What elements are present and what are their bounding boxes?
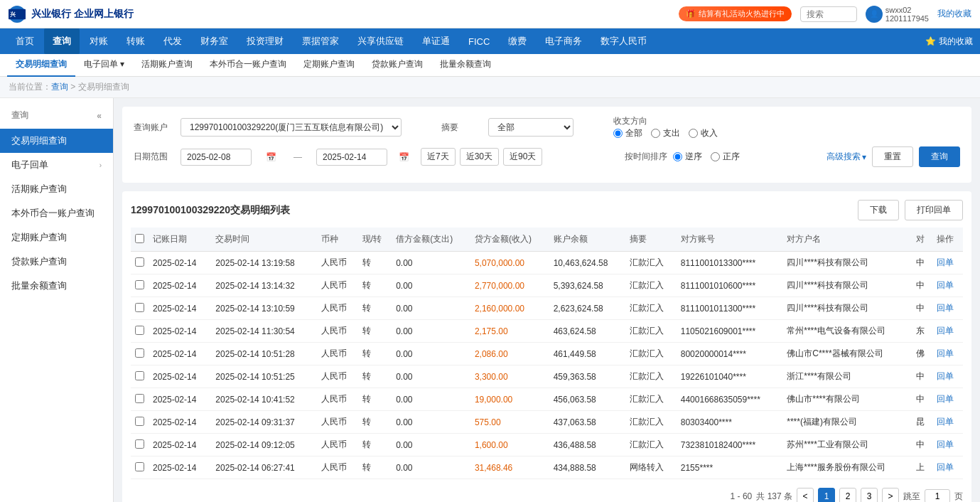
receipt-link-5[interactable]: 回单 xyxy=(937,371,954,381)
date-label: 日期范围 xyxy=(134,151,169,163)
sidebar-item-ereceipt[interactable]: 电子回单 › xyxy=(0,153,113,177)
row-debit: 0.00 xyxy=(392,434,470,456)
advanced-search-btn[interactable]: 高级搜索 ▾ xyxy=(826,147,866,166)
direction-out[interactable]: 支出 xyxy=(651,127,680,139)
col-op: 操作 xyxy=(932,228,963,252)
sort-desc[interactable]: 逆序 xyxy=(673,151,702,163)
col-type: 现/转 xyxy=(358,228,392,252)
direction-all[interactable]: 全部 xyxy=(613,127,642,139)
quick-30days-btn[interactable]: 近30天 xyxy=(460,148,499,166)
row-account: 80020000014**** xyxy=(677,343,782,365)
query-btn[interactable]: 查询 xyxy=(919,146,960,167)
row-checkbox-7[interactable] xyxy=(135,417,144,426)
sub-nav-item-ereceipt[interactable]: 电子回单 ▾ xyxy=(75,54,133,77)
nav-item-transfer[interactable]: 转账 xyxy=(118,28,154,54)
quick-90days-btn[interactable]: 近90天 xyxy=(503,148,542,166)
nav-favorites[interactable]: ⭐ 我的收藏 xyxy=(925,36,973,48)
select-all-checkbox[interactable] xyxy=(135,234,144,243)
nav-item-home[interactable]: 首页 xyxy=(7,28,43,54)
reset-btn[interactable]: 重置 xyxy=(872,146,913,167)
row-checkbox-3[interactable] xyxy=(135,326,144,335)
sidebar-collapse-btn[interactable]: « xyxy=(97,111,102,121)
date-from-input[interactable] xyxy=(181,149,252,166)
sidebar-item-loan[interactable]: 贷款账户查询 xyxy=(0,250,113,274)
sidebar-item-demand[interactable]: 活期账户查询 xyxy=(0,177,113,201)
nav-item-reconcile[interactable]: 对账 xyxy=(81,28,117,54)
row-time: 2025-02-14 06:27:41 xyxy=(211,456,317,479)
print-btn[interactable]: 打印回单 xyxy=(905,200,963,220)
pagination-prev-btn[interactable]: < xyxy=(797,488,814,502)
pagination-page-3-btn[interactable]: 3 xyxy=(861,488,878,502)
row-type: 转 xyxy=(358,274,392,297)
receipt-link-8[interactable]: 回单 xyxy=(937,439,954,449)
main-content: 查询账户 129970100100329220(厦门三五互联信息有限公司) 摘要… xyxy=(114,98,980,502)
receipt-link-7[interactable]: 回单 xyxy=(937,417,954,427)
table-row: 2025-02-14 2025-02-14 09:12:05 人民币 转 0.0… xyxy=(131,434,963,456)
sort-asc[interactable]: 正序 xyxy=(711,151,740,163)
download-btn[interactable]: 下载 xyxy=(858,200,899,220)
nav-item-payroll[interactable]: 代发 xyxy=(155,28,190,54)
promo-banner[interactable]: 🎁 结算有礼活动火热进行中 xyxy=(679,6,792,21)
nav-item-ficc[interactable]: FICC xyxy=(460,28,498,54)
sub-nav-item-batch-balance[interactable]: 批量余额查询 xyxy=(431,54,500,77)
row-checkbox-0[interactable] xyxy=(135,257,144,267)
nav-item-investment[interactable]: 投资理财 xyxy=(238,28,292,54)
sub-nav-item-loan[interactable]: 贷款账户查询 xyxy=(363,54,431,77)
row-account: 44001668635059**** xyxy=(677,388,782,411)
sidebar-item-transaction[interactable]: 交易明细查询 xyxy=(0,129,113,153)
row-summary: 汇款汇入 xyxy=(625,274,677,297)
sidebar-item-combined[interactable]: 本外币合一账户查询 xyxy=(0,201,113,225)
row-credit: 2,086.00 xyxy=(470,343,549,365)
sidebar-item-batch-balance[interactable]: 批量余额查询 xyxy=(0,274,113,298)
pagination-page-input[interactable] xyxy=(925,489,950,502)
user-id: 1201117945 xyxy=(885,14,929,23)
row-op: 回单 xyxy=(932,456,963,479)
receipt-link-6[interactable]: 回单 xyxy=(937,394,954,404)
row-checkbox-6[interactable] xyxy=(135,394,144,403)
row-currency: 人民币 xyxy=(317,343,358,365)
row-checkbox-4[interactable] xyxy=(135,348,144,358)
favorites-link[interactable]: 我的收藏 xyxy=(937,8,971,20)
direction-in[interactable]: 收入 xyxy=(689,127,718,139)
receipt-link-4[interactable]: 回单 xyxy=(937,348,954,358)
quick-7days-btn[interactable]: 近7天 xyxy=(421,148,456,166)
row-balance: 436,488.58 xyxy=(549,434,625,456)
sidebar-item-fixed[interactable]: 定期账户查询 xyxy=(0,225,113,250)
chevron-down-icon: ▾ xyxy=(862,152,866,162)
sub-nav-item-transaction[interactable]: 交易明细查询 xyxy=(7,54,75,77)
sort-radio-group: 逆序 正序 xyxy=(673,151,740,163)
nav-item-bills[interactable]: 票据管家 xyxy=(294,28,348,54)
receipt-link-2[interactable]: 回单 xyxy=(937,303,954,313)
nav-item-ecommerce[interactable]: 电子商务 xyxy=(537,28,591,54)
pagination-page-2-btn[interactable]: 2 xyxy=(839,488,856,502)
global-search-input[interactable] xyxy=(800,6,857,22)
receipt-link-0[interactable]: 回单 xyxy=(937,257,954,267)
nav-item-doc[interactable]: 单证通 xyxy=(414,28,458,54)
nav-item-digital-rmb[interactable]: 数字人民币 xyxy=(592,28,655,54)
pagination-page-1-btn[interactable]: 1 xyxy=(818,488,835,502)
account-select[interactable]: 129970100100329220(厦门三五互联信息有限公司) xyxy=(181,118,402,137)
nav-item-query[interactable]: 查询 xyxy=(44,28,80,54)
breadcrumb-query[interactable]: 查询 xyxy=(51,82,68,92)
sub-nav-item-combined[interactable]: 本外币合一账户查询 xyxy=(201,54,295,77)
nav-item-supply[interactable]: 兴享供应链 xyxy=(349,28,412,54)
sub-nav-item-demand[interactable]: 活期账户查询 xyxy=(133,54,201,77)
row-checkbox-5[interactable] xyxy=(135,371,144,380)
header: 兴 兴业银行 企业网上银行 🎁 结算有礼活动火热进行中 👤 swxx02 120… xyxy=(0,0,980,28)
receipt-link-1[interactable]: 回单 xyxy=(937,280,954,290)
row-debit: 0.00 xyxy=(392,252,470,274)
sub-nav-item-fixed[interactable]: 定期账户查询 xyxy=(295,54,363,77)
row-currency: 人民币 xyxy=(317,365,358,388)
nav-item-fee[interactable]: 缴费 xyxy=(500,28,535,54)
row-checkbox-1[interactable] xyxy=(135,280,144,289)
pagination-next-btn[interactable]: > xyxy=(882,488,899,502)
summary-select[interactable]: 全部 xyxy=(488,118,574,137)
row-checkbox-9[interactable] xyxy=(135,462,144,471)
row-checkbox-2[interactable] xyxy=(135,303,144,312)
receipt-link-9[interactable]: 回单 xyxy=(937,462,954,472)
receipt-link-3[interactable]: 回单 xyxy=(937,326,954,336)
row-checkbox-8[interactable] xyxy=(135,439,144,449)
date-to-input[interactable] xyxy=(316,149,387,166)
col-date: 记账日期 xyxy=(149,228,211,252)
nav-item-finance[interactable]: 财务室 xyxy=(192,28,237,54)
